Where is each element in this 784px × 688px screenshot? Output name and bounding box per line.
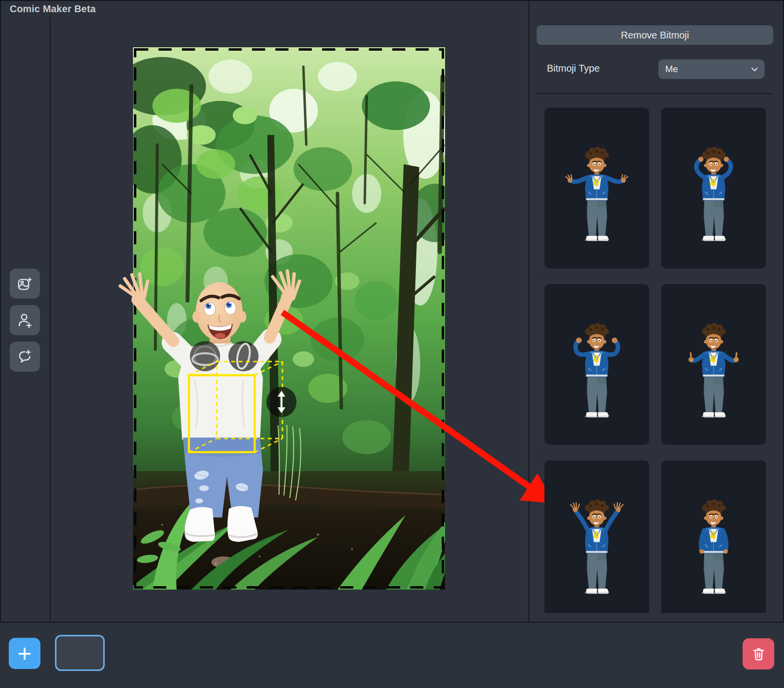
plus-icon: +	[18, 640, 32, 667]
pose-card-shrug[interactable]	[544, 108, 649, 268]
left-divider	[50, 17, 51, 623]
pose-grid	[544, 108, 766, 613]
add-person-button[interactable]	[10, 305, 40, 335]
person-add-icon	[17, 312, 33, 328]
add-speech-bubble-button[interactable]	[10, 342, 40, 372]
chevron-down-icon	[750, 65, 759, 74]
image-sparkle-icon	[17, 275, 33, 292]
comic-canvas[interactable]	[133, 47, 445, 590]
pose-card-thumbs-up[interactable]	[661, 284, 766, 445]
pose-card-flex[interactable]	[544, 284, 649, 445]
delete-frame-button[interactable]	[743, 638, 774, 669]
panel-section-divider	[537, 93, 773, 94]
forest-photo	[133, 47, 445, 590]
pose-card-hands-on-head[interactable]	[661, 108, 766, 268]
comic-maker-window: Comic Maker Beta	[0, 0, 784, 688]
bitmoji-type-value: Me	[665, 64, 750, 75]
speech-bubble-add-icon	[17, 348, 33, 365]
window-title: Comic Maker Beta	[10, 3, 96, 15]
frame-thumbnail-selected[interactable]	[55, 635, 105, 671]
bitmoji-type-label: Bitmoji Type	[547, 63, 600, 74]
panel-divider	[528, 0, 529, 623]
pose-card-arms-raised[interactable]	[544, 460, 649, 613]
add-frame-button[interactable]: +	[9, 638, 40, 669]
frames-bar: +	[0, 623, 784, 688]
remove-bitmoji-button[interactable]: Remove Bitmoji	[537, 25, 773, 45]
trash-icon	[750, 646, 767, 662]
add-image-button[interactable]	[10, 268, 40, 299]
bitmoji-type-select[interactable]: Me	[658, 59, 765, 79]
pose-card-standing[interactable]	[661, 460, 766, 613]
